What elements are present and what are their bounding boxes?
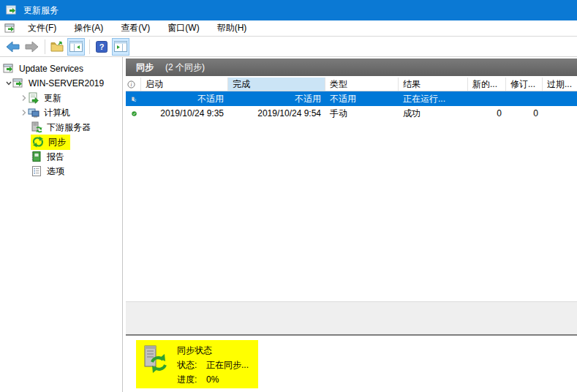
title-bar: 更新服务	[0, 0, 577, 20]
column-header-expired[interactable]: 过期...	[543, 78, 577, 91]
server-snapin-icon	[3, 63, 15, 75]
details-pane: 同步状态 状态: 正在同步... 进度: 0%	[126, 337, 577, 392]
reports-icon	[31, 151, 42, 162]
back-button[interactable]	[4, 38, 21, 56]
cell-new	[468, 91, 506, 106]
cell-result: 正在运行...	[399, 91, 468, 106]
table-header-row: i 启动 完成 类型 结果 新的... 修订... 过期...	[126, 78, 577, 91]
sync-status-title: 同步状态	[177, 344, 255, 358]
back-arrow-icon	[6, 41, 20, 53]
toggle-action-pane-button[interactable]	[112, 38, 129, 56]
progress-label: 进度:	[177, 373, 206, 388]
cell-type: 手动	[325, 106, 399, 121]
status-label: 状态:	[177, 358, 206, 373]
mmc-snapin-icon	[4, 23, 16, 34]
toolbar-separator	[89, 39, 90, 54]
chevron-expanded-icon[interactable]	[5, 80, 12, 87]
cell-start: 不适用	[141, 91, 228, 106]
cell-new: 0	[468, 106, 506, 121]
results-count: (2 个同步)	[165, 61, 205, 74]
server-snapin-icon	[12, 78, 24, 89]
tree-item-reports[interactable]: 报告	[0, 149, 122, 164]
cell-revised: 0	[506, 106, 543, 121]
forward-arrow-icon	[25, 41, 39, 53]
downstream-servers-icon	[31, 121, 42, 133]
cell-done: 不适用	[228, 91, 325, 106]
tree-item-update-services[interactable]: Update Services	[0, 61, 122, 76]
help-button[interactable]: ?	[93, 38, 110, 56]
cell-expired	[543, 106, 577, 121]
column-header-start[interactable]: 启动	[141, 78, 228, 91]
column-header-revised[interactable]: 修订...	[506, 78, 543, 91]
options-icon	[31, 165, 42, 177]
console-tree-pane: Update Services WIN-SERVER2019	[0, 57, 122, 392]
success-icon	[132, 108, 137, 119]
forward-button[interactable]	[23, 38, 40, 56]
tree-item-label: 报告	[45, 150, 66, 164]
pane-splitter-vertical[interactable]	[122, 57, 123, 392]
sync-running-icon	[132, 94, 137, 105]
menu-action[interactable]: 操作(A)	[68, 20, 109, 37]
tree-item-label: Update Services	[18, 63, 85, 75]
cell-result: 成功	[399, 106, 468, 121]
annotation-highlight: 同步	[31, 135, 70, 150]
action-pane-icon	[114, 41, 127, 52]
menu-help[interactable]: 帮助(H)	[211, 20, 253, 37]
info-icon: i	[127, 80, 135, 88]
svg-text:?: ?	[99, 42, 105, 51]
tree-item-updates[interactable]: 更新	[0, 91, 122, 105]
console-tree-icon	[69, 41, 83, 52]
help-icon: ?	[96, 41, 108, 53]
cell-expired	[543, 91, 577, 106]
table-row-running-sync[interactable]: 不适用 不适用 不适用 正在运行...	[126, 91, 577, 106]
tree-item-label: 选项	[45, 165, 66, 178]
column-header-type[interactable]: 类型	[325, 78, 399, 91]
chevron-collapsed-icon[interactable]	[20, 94, 28, 102]
wsus-console-window: 更新服务 文件(F) 操作(A) 查看(V) 窗口(W) 帮助(H)	[0, 0, 577, 392]
sync-icon	[32, 136, 44, 148]
tree-item-label: 计算机	[42, 106, 72, 120]
svg-text:i: i	[130, 81, 132, 88]
console-body: Update Services WIN-SERVER2019	[0, 57, 577, 392]
menu-view[interactable]: 查看(V)	[115, 20, 156, 37]
tree-item-win-server2019[interactable]: WIN-SERVER2019	[0, 76, 122, 91]
app-icon	[6, 4, 18, 16]
tree-item-label: 更新	[42, 91, 63, 105]
tree-item-downstream-servers[interactable]: 下游服务器	[0, 120, 122, 135]
column-header-result[interactable]: 结果	[399, 78, 468, 91]
sync-status-highlight-box: 同步状态 状态: 正在同步... 进度: 0%	[136, 340, 258, 388]
cell-type: 不适用	[325, 91, 399, 106]
updates-icon	[28, 92, 39, 104]
cell-revised	[506, 91, 543, 106]
menu-window[interactable]: 窗口(W)	[162, 20, 205, 37]
toggle-console-tree-button[interactable]	[67, 38, 85, 56]
pane-splitter-horizontal[interactable]	[126, 301, 577, 336]
server-sync-icon	[142, 344, 171, 374]
tree-item-computers[interactable]: 计算机	[0, 105, 122, 120]
tree-item-label: 下游服务器	[45, 121, 92, 135]
chevron-collapsed-icon[interactable]	[20, 109, 28, 116]
menu-bar: 文件(F) 操作(A) 查看(V) 窗口(W) 帮助(H)	[0, 20, 577, 37]
table-row-finished-sync[interactable]: 2019/10/24 9:35 2019/10/24 9:54 手动 成功 0 …	[126, 106, 577, 121]
column-header-done[interactable]: 完成	[228, 78, 325, 91]
status-value: 正在同步...	[206, 358, 249, 373]
column-header-status-icon[interactable]: i	[126, 78, 141, 91]
computers-icon	[28, 107, 39, 118]
column-header-new[interactable]: 新的...	[468, 78, 506, 91]
export-list-button[interactable]	[48, 38, 66, 56]
results-title: 同步	[136, 61, 154, 74]
tree-item-label: WIN-SERVER2019	[27, 78, 105, 89]
results-header-bar: 同步 (2 个同步)	[126, 59, 577, 76]
tree-item-label: 同步	[47, 135, 67, 149]
tree-item-synchronizations[interactable]: 同步	[0, 135, 122, 149]
window-title: 更新服务	[23, 4, 59, 17]
cell-start: 2019/10/24 9:35	[141, 106, 228, 121]
cell-done: 2019/10/24 9:54	[228, 106, 325, 121]
toolbar-separator	[45, 39, 45, 54]
menu-file[interactable]: 文件(F)	[22, 20, 62, 37]
toolbar: ?	[0, 37, 577, 57]
progress-value: 0%	[206, 373, 219, 388]
export-folder-icon	[50, 41, 64, 53]
results-pane: 同步 (2 个同步) i 启动 完成 类型 结果 新的... 修订... 过期.…	[126, 59, 577, 392]
tree-item-options[interactable]: 选项	[0, 164, 122, 178]
